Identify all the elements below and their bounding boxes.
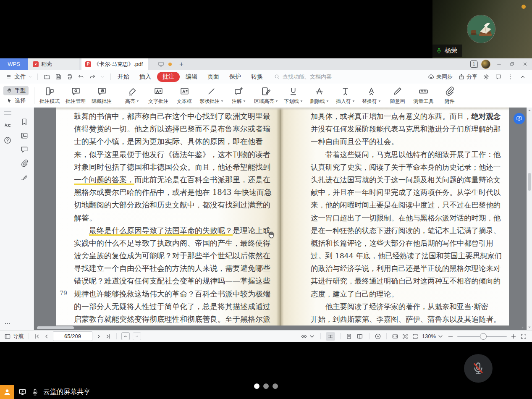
fit-selection-button[interactable] <box>402 333 409 340</box>
page-text-line: 他主要阅读了经济学家的著作，从魁奈和亚当·斯密 <box>311 300 503 313</box>
last-page-button[interactable] <box>105 333 112 340</box>
menu-item-开始[interactable]: 开始 <box>113 72 134 82</box>
toolbar-button-label: 批注管理 <box>66 98 86 105</box>
toolbar-button-批注模式[interactable]: 批注模式 <box>37 86 63 105</box>
toolbar-button-区域高亮[interactable]: 区域高亮▼ <box>252 86 280 105</box>
toolbar-button-文本框[interactable]: 文本框 <box>171 86 197 105</box>
tool-手型[interactable]: 手型 <box>3 86 29 95</box>
vscroll-up-arrow[interactable] <box>527 108 532 113</box>
toolbar-button-隐藏批注[interactable]: 隐藏批注 <box>89 86 115 105</box>
horizontal-scrollbar-thumb[interactable] <box>37 326 74 329</box>
search-box[interactable]: 查找功能、文档内容 <box>274 73 332 81</box>
kebab-menu-icon[interactable] <box>507 74 514 80</box>
page-number-input[interactable] <box>53 331 92 341</box>
fullscreen-button[interactable] <box>520 333 527 340</box>
play-slideshow-button[interactable] <box>375 333 381 340</box>
view-forward-button[interactable] <box>133 332 141 340</box>
carousel-dot-1[interactable] <box>254 383 259 389</box>
zoom-out-button[interactable] <box>447 333 454 340</box>
zoom-slider[interactable] <box>457 336 507 337</box>
toolbar-button-注解[interactable]: 注解▼ <box>226 86 252 105</box>
menu-item-页面[interactable]: 页面 <box>203 72 223 82</box>
vertical-scrollbar-thumb[interactable] <box>528 173 531 191</box>
sign-icon[interactable] <box>20 173 29 181</box>
page-text-line: 是在一种狂热的状态下进行阅读的，笔记本上记满了摘录、 <box>311 224 503 237</box>
close-button[interactable] <box>520 60 529 68</box>
toolbar-button-批注管理[interactable]: 批注管理 <box>63 86 89 105</box>
toolbar-button-附件[interactable]: 附件 <box>437 86 463 105</box>
toolbar-button-随意画[interactable]: 随意画 <box>385 86 411 105</box>
view-back-button[interactable] <box>121 332 130 340</box>
toolbar-button-label: 下划线▼ <box>284 98 303 105</box>
collapse-ribbon-icon[interactable] <box>519 74 526 80</box>
vscroll-down-arrow[interactable] <box>527 325 532 329</box>
participant-video-tile[interactable]: 杨荣 <box>432 0 532 58</box>
menu-item-编辑[interactable]: 编辑 <box>181 72 202 82</box>
image-icon[interactable] <box>20 131 29 140</box>
minimize-button[interactable] <box>494 60 503 68</box>
comment-icon[interactable] <box>495 74 502 80</box>
eye-protect-button[interactable] <box>301 333 315 340</box>
tab-monitor-icon[interactable] <box>158 61 164 67</box>
toolbar-button-高亮[interactable]: 高亮▼ <box>119 86 145 105</box>
rail-drag-handle[interactable] <box>4 111 11 115</box>
toolbar-button-下划线[interactable]: 下划线▼ <box>280 86 307 105</box>
account-avatar[interactable] <box>481 60 490 69</box>
single-page-view-button[interactable] <box>346 333 352 340</box>
restore-button[interactable] <box>507 60 516 68</box>
next-page-button[interactable] <box>95 333 102 340</box>
rail-more-icon[interactable] <box>3 319 12 328</box>
wps-home-button[interactable]: WPS <box>0 58 28 70</box>
share-button[interactable]: 分享 <box>458 73 477 81</box>
comment-icon[interactable] <box>20 145 29 154</box>
sync-status[interactable]: 未同步 <box>428 73 453 81</box>
toolbar-button-形状批注[interactable]: 形状批注▼ <box>197 86 226 105</box>
undo-icon[interactable] <box>78 74 84 80</box>
navigation-toggle[interactable]: 导航 <box>4 333 24 340</box>
toolbar-button-插入符[interactable]: 插入符▼ <box>333 86 359 105</box>
carousel-dot-2[interactable] <box>263 383 269 389</box>
actual-size-button[interactable] <box>392 333 398 340</box>
carousel-dot-3[interactable] <box>273 383 278 389</box>
translate-icon[interactable] <box>3 121 12 130</box>
toolbar-button-文字批注[interactable]: 文字批注 <box>145 86 171 105</box>
toolbar-button-测量工具[interactable]: 测量工具 <box>411 86 437 105</box>
zoom-slider-thumb[interactable] <box>480 333 487 340</box>
settings-gear-icon[interactable] <box>483 74 490 80</box>
toolbar-button-替换符[interactable]: 替换符▼ <box>359 86 385 105</box>
participant-list-button[interactable] <box>0 385 14 399</box>
tool-选择[interactable]: 选择 <box>3 96 29 105</box>
picture-tool-float-button[interactable] <box>514 113 525 124</box>
more-tools-icon[interactable] <box>100 75 105 79</box>
fit-width-button[interactable] <box>326 332 335 341</box>
window-count-badge[interactable]: 1 <box>470 60 477 68</box>
toolbar-button-删除线[interactable]: 删除线▼ <box>307 86 333 105</box>
hscroll-right-arrow[interactable] <box>521 326 525 330</box>
first-page-button[interactable] <box>34 333 40 340</box>
tab-docer[interactable]: 稻壳 <box>28 58 79 70</box>
help-icon[interactable] <box>3 136 12 144</box>
fit-page-button[interactable] <box>412 333 419 340</box>
screen: 杨荣 WPS 稻壳 P 《卡尔·马克思》.pdf + <box>0 0 532 399</box>
document-area[interactable]: 鼓舞的书信中，都声称自己在这个中心找到了欧洲文明里最值得赞赏的一切。他之所以选择… <box>34 108 527 330</box>
menu-item-插入[interactable]: 插入 <box>135 72 155 82</box>
print-icon[interactable] <box>66 74 73 80</box>
tab-document[interactable]: P 《卡尔·马克思》.pdf <box>81 58 148 70</box>
zoom-in-button[interactable] <box>510 333 517 340</box>
prev-page-button[interactable] <box>43 333 50 340</box>
menu-item-批注[interactable]: 批注 <box>157 72 180 82</box>
carousel-dots[interactable] <box>254 383 278 389</box>
new-tab-button[interactable]: + <box>179 60 183 68</box>
two-page-view-button[interactable] <box>356 333 364 340</box>
vertical-scrollbar[interactable] <box>527 108 532 330</box>
clip-icon[interactable] <box>20 159 29 168</box>
mute-button[interactable] <box>464 354 493 383</box>
open-folder-icon[interactable] <box>44 74 50 80</box>
bookmark-icon[interactable] <box>20 118 29 126</box>
file-menu[interactable]: 文件 <box>0 73 36 81</box>
save-icon[interactable] <box>55 74 62 80</box>
zoom-level-button[interactable]: 130% <box>422 333 444 340</box>
redo-icon[interactable] <box>89 74 96 80</box>
menu-item-保护[interactable]: 保护 <box>225 72 245 82</box>
menu-item-转换[interactable]: 转换 <box>247 72 267 82</box>
